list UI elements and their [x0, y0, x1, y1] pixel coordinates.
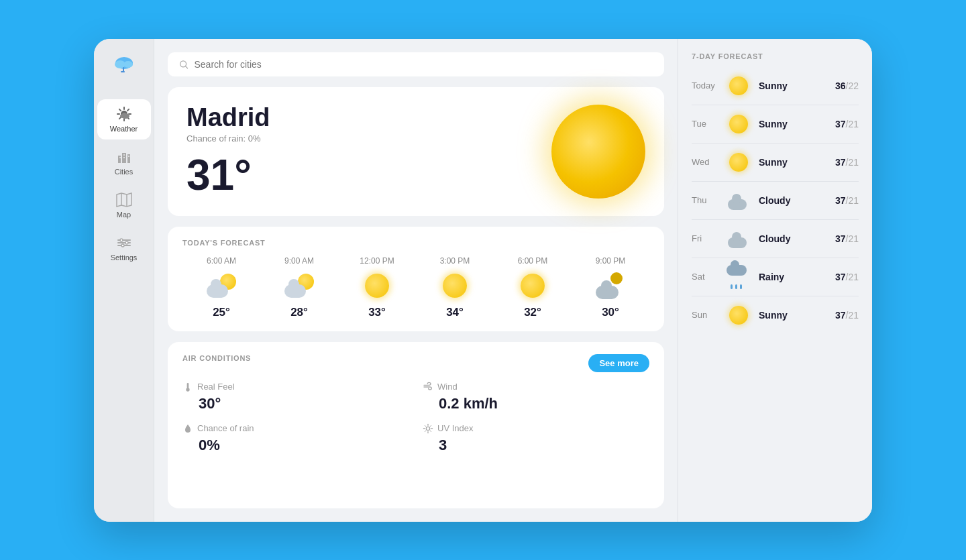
search-icon: [178, 59, 189, 70]
forecast-7day-cond-4: Cloudy: [759, 233, 835, 244]
map-icon: [116, 192, 132, 208]
conditions-grid: Real Feel 30° Wind 0.2 km/h: [182, 382, 649, 454]
forecast-7day-icon-5: [727, 265, 751, 289]
search-input[interactable]: [194, 59, 653, 70]
forecast-time-4: 6:00 PM: [518, 256, 548, 266]
sidebar-item-map-label: Map: [117, 211, 131, 219]
svg-rect-20: [119, 157, 121, 158]
svg-rect-17: [118, 156, 121, 163]
forecast-7day-item-0: Today Sunny 36/22: [692, 67, 859, 105]
svg-line-42: [425, 425, 425, 426]
today-forecast-title: TODAY'S FORECAST: [182, 239, 649, 247]
forecast-icon-1: [284, 271, 314, 300]
air-conditions-title: AIR CONDITIONS: [182, 354, 251, 362]
conditions-header: AIR CONDITIONS See more: [182, 354, 649, 372]
sidebar: Weather Cities Map: [94, 39, 154, 522]
forecast-7day-temps-6: 37/21: [835, 310, 859, 321]
forecast-icon-0: [207, 271, 236, 300]
forecast-7day-icon-2: [727, 150, 751, 174]
forecast-item-4: 6:00 PM 32°: [494, 256, 572, 319]
forecast-7day-day-6: Sun: [692, 310, 718, 320]
sidebar-item-map[interactable]: Map: [97, 185, 151, 225]
forecast-7day-cond-1: Sunny: [759, 119, 835, 129]
condition-rain-chance: Chance of rain 0%: [182, 423, 409, 454]
hero-section: Madrid Chance of rain: 0% 31°: [168, 87, 664, 216]
sidebar-item-cities-label: Cities: [115, 168, 133, 176]
forecast-7day-cond-0: Sunny: [759, 80, 835, 91]
forecast-7day-temps-1: 37/21: [835, 119, 859, 129]
condition-real-feel: Real Feel 30°: [182, 382, 409, 412]
svg-point-31: [125, 241, 128, 244]
forecast-7day-icon-3: [727, 188, 751, 213]
app-container: Weather Cities Map: [94, 39, 872, 522]
rain-chance-label: Chance of rain: 0%: [186, 133, 270, 144]
air-conditions-section: AIR CONDITIONS See more Real Feel 30°: [168, 342, 664, 508]
svg-rect-4: [121, 71, 125, 72]
sidebar-item-weather-label: Weather: [110, 125, 138, 133]
svg-point-16: [122, 113, 126, 117]
forecast-7day-icon-1: [727, 112, 751, 136]
search-bar: [168, 52, 664, 76]
forecast-icon-3: [440, 271, 470, 300]
real-feel-value: 30°: [199, 395, 409, 412]
uv-icon: [423, 423, 433, 434]
forecast-7day-day-5: Sat: [692, 272, 718, 282]
uv-label: UV Index: [423, 423, 649, 434]
svg-line-34: [186, 66, 188, 68]
weather-icon: [116, 106, 132, 122]
hero-left: Madrid Chance of rain: 0% 31°: [186, 103, 270, 200]
forecast-time-2: 12:00 PM: [360, 256, 394, 266]
forecast-item-1: 9:00 AM 28°: [260, 256, 338, 319]
drop-icon: [182, 423, 193, 434]
forecast-7day-icon-0: [727, 74, 751, 98]
sidebar-item-weather[interactable]: Weather: [97, 99, 151, 139]
city-name: Madrid: [186, 103, 270, 132]
forecast-time-3: 3:00 PM: [440, 256, 470, 266]
svg-marker-24: [117, 193, 131, 207]
forecast-temp-4: 32°: [524, 306, 541, 319]
svg-line-12: [119, 117, 120, 118]
svg-point-37: [426, 427, 429, 430]
forecast-7day-day-1: Tue: [692, 119, 718, 129]
condition-uv-index: UV Index 3: [423, 423, 649, 454]
svg-rect-23: [128, 156, 129, 157]
condition-wind: Wind 0.2 km/h: [423, 382, 649, 412]
forecast-item-5: 9:00 PM 30°: [572, 256, 649, 319]
main-content: Madrid Chance of rain: 0% 31° TODAY'S FO…: [154, 39, 678, 522]
today-forecast-items: 6:00 AM 25° 9:00 AM 28° 12:00 PM: [182, 256, 649, 319]
sun-icon: [551, 105, 645, 199]
sidebar-item-settings[interactable]: Settings: [97, 228, 151, 268]
app-logo-icon: [112, 52, 136, 76]
settings-icon: [116, 235, 132, 251]
current-temperature: 31°: [186, 150, 270, 200]
forecast-7day-temps-2: 37/21: [835, 157, 859, 168]
svg-line-13: [127, 109, 128, 110]
forecast-7day-temps-4: 37/21: [835, 233, 859, 244]
svg-line-43: [430, 431, 431, 431]
see-more-button[interactable]: See more: [588, 354, 649, 372]
forecast-7day-item-1: Tue Sunny 37/21: [692, 105, 859, 144]
forecast-7day-temps-0: 36/22: [835, 80, 859, 91]
forecast-item-0: 6:00 AM 25°: [182, 256, 260, 319]
svg-point-36: [186, 388, 189, 391]
forecast-7day-sidebar: 7-DAY FORECAST Today Sunny 36/22 Tue Sun: [678, 39, 872, 522]
wind-label: Wind: [423, 382, 649, 392]
svg-rect-21: [123, 154, 125, 156]
forecast-time-1: 9:00 AM: [284, 256, 314, 266]
forecast-7day-temps-3: 37/21: [835, 195, 859, 206]
real-feel-label: Real Feel: [182, 382, 409, 392]
svg-rect-35: [187, 383, 189, 388]
sidebar-item-cities[interactable]: Cities: [97, 142, 151, 182]
forecast-time-5: 9:00 PM: [596, 256, 626, 266]
forecast-icon-5: [596, 271, 625, 300]
svg-line-44: [425, 431, 425, 431]
forecast-7day-day-0: Today: [692, 80, 718, 91]
rain-chance-cond-label: Chance of rain: [182, 423, 409, 434]
forecast-temp-3: 34°: [446, 306, 464, 319]
svg-point-30: [120, 239, 123, 241]
sidebar-logo: [112, 52, 136, 79]
forecast-temp-0: 25°: [213, 306, 230, 319]
forecast-time-0: 6:00 AM: [207, 256, 236, 266]
forecast-icon-4: [518, 271, 547, 300]
forecast-7day-cond-5: Rainy: [759, 272, 835, 282]
